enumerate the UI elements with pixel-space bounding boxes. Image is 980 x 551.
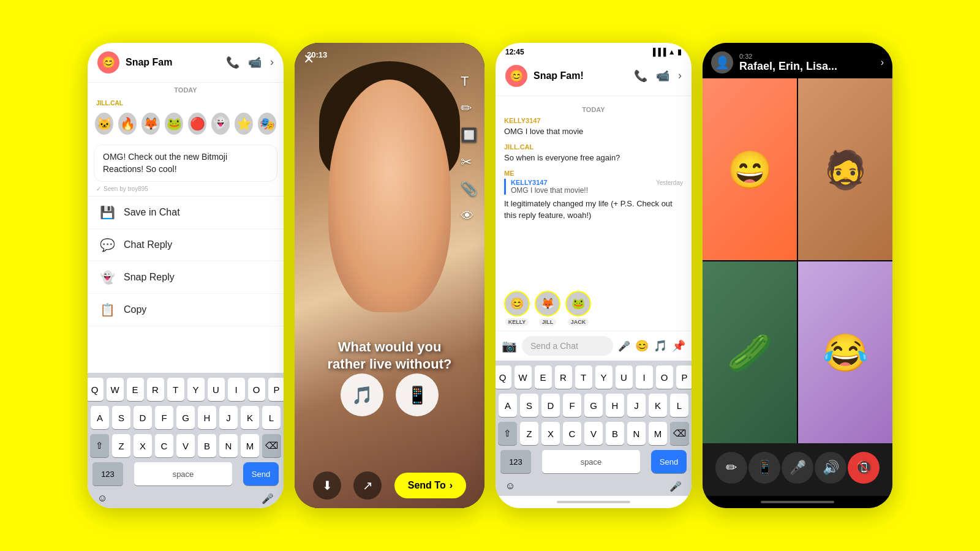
k3-num[interactable]: 123 <box>500 450 531 473</box>
k3-n[interactable]: N <box>627 422 646 445</box>
key-e[interactable]: E <box>127 378 144 401</box>
k3-f[interactable]: F <box>563 394 581 417</box>
k3-y[interactable]: Y <box>595 365 612 389</box>
key-a[interactable]: A <box>91 406 109 429</box>
k3-shift[interactable]: ⇧ <box>498 422 517 445</box>
key-h[interactable]: H <box>198 406 216 429</box>
camera-button[interactable]: 📷 <box>502 339 517 353</box>
text-tool[interactable]: T <box>461 73 477 89</box>
link-tool[interactable]: 📎 <box>461 181 477 197</box>
phone-call-icon[interactable]: 📞 <box>226 56 239 69</box>
phone3-chevron[interactable]: › <box>678 69 682 83</box>
send-key[interactable]: Send <box>243 462 279 485</box>
key-z[interactable]: Z <box>112 434 130 457</box>
k3-g[interactable]: G <box>584 394 603 417</box>
k3-k[interactable]: K <box>649 394 667 417</box>
phone3-video-icon[interactable]: 📹 <box>656 69 669 83</box>
key-r[interactable]: R <box>147 378 164 401</box>
chat-reply-item[interactable]: 💬 Chat Reply <box>88 229 284 261</box>
key-o[interactable]: O <box>248 378 265 401</box>
key-b[interactable]: B <box>198 434 216 457</box>
k3-q[interactable]: Q <box>496 365 511 389</box>
k3-e[interactable]: E <box>535 365 552 389</box>
option-phone[interactable]: 📱 <box>396 373 439 416</box>
k3-p[interactable]: P <box>676 365 692 389</box>
key-k[interactable]: K <box>241 406 259 429</box>
key-s[interactable]: S <box>112 406 130 429</box>
k3-send[interactable]: Send <box>651 450 687 473</box>
k3-z[interactable]: Z <box>520 422 538 445</box>
k3-r[interactable]: R <box>555 365 572 389</box>
k3-d[interactable]: D <box>541 394 560 417</box>
draw-tool[interactable]: ✏ <box>461 100 477 116</box>
k3-w[interactable]: W <box>514 365 532 389</box>
key-v[interactable]: V <box>176 434 195 457</box>
key-u[interactable]: U <box>208 378 225 401</box>
k3-mic-icon[interactable]: 🎤 <box>669 481 682 492</box>
k3-m[interactable]: M <box>649 422 667 445</box>
key-n[interactable]: N <box>219 434 238 457</box>
key-l[interactable]: L <box>262 406 281 429</box>
phone3-call-icon[interactable]: 📞 <box>634 69 647 83</box>
k3-a[interactable]: A <box>499 394 517 417</box>
end-call-button[interactable]: 📵 <box>848 452 880 484</box>
key-m[interactable]: M <box>241 434 259 457</box>
key-i[interactable]: I <box>228 378 245 401</box>
phone4-chevron[interactable]: › <box>881 57 884 68</box>
download-button[interactable]: ⬇ <box>313 471 341 500</box>
key-p[interactable]: P <box>268 378 284 401</box>
k3-u[interactable]: U <box>616 365 633 389</box>
scissors-tool[interactable]: ✂ <box>461 154 477 170</box>
video-call-icon[interactable]: 📹 <box>248 56 262 69</box>
expand-icon[interactable]: › <box>270 56 274 69</box>
k3-emoji-icon[interactable]: ☺ <box>505 481 515 492</box>
k3-del[interactable]: ⌫ <box>670 422 689 445</box>
key-g[interactable]: G <box>176 406 195 429</box>
key-w[interactable]: W <box>107 378 124 401</box>
lens-tool[interactable]: 👁 <box>461 208 477 224</box>
mic-button-3[interactable]: 🎤 <box>618 340 630 352</box>
copy-item[interactable]: 📋 Copy <box>88 294 284 326</box>
chat-input[interactable]: Send a Chat <box>522 336 613 356</box>
shift-key[interactable]: ⇧ <box>90 434 109 457</box>
k3-o[interactable]: O <box>656 365 673 389</box>
k3-j[interactable]: J <box>627 394 646 417</box>
key-j[interactable]: J <box>219 406 238 429</box>
mute-button[interactable]: 🎤 <box>782 452 813 484</box>
share-button[interactable]: ↗ <box>353 471 382 500</box>
key-q[interactable]: Q <box>88 378 104 401</box>
mic-icon[interactable]: 🎤 <box>262 493 274 504</box>
k3-h[interactable]: H <box>606 394 624 417</box>
emoji-button-3[interactable]: 😊 <box>635 339 649 353</box>
k3-l[interactable]: L <box>670 394 688 417</box>
k3-b[interactable]: B <box>606 422 624 445</box>
sticker-tool[interactable]: 🔲 <box>461 127 477 143</box>
k3-x[interactable]: X <box>541 422 560 445</box>
num-key[interactable]: 123 <box>92 462 123 485</box>
rotate-button[interactable]: 📱 <box>748 452 780 484</box>
k3-v[interactable]: V <box>584 422 603 445</box>
key-f[interactable]: F <box>155 406 173 429</box>
k3-i[interactable]: I <box>636 365 653 389</box>
k3-c[interactable]: C <box>563 422 581 445</box>
k3-t[interactable]: T <box>575 365 592 389</box>
send-to-button[interactable]: Send To › <box>394 473 466 498</box>
delete-key[interactable]: ⌫ <box>262 434 281 457</box>
k3-space[interactable]: space <box>542 450 640 473</box>
pin-button[interactable]: 📌 <box>672 339 685 353</box>
save-in-chat-item[interactable]: 💾 Save in Chat <box>88 197 284 229</box>
key-d[interactable]: D <box>134 406 152 429</box>
emoji-icon[interactable]: ☺ <box>97 493 107 504</box>
edit-button[interactable]: ✏ <box>715 452 747 484</box>
key-x[interactable]: X <box>134 434 152 457</box>
space-key[interactable]: space <box>134 462 232 485</box>
close-button[interactable]: ✕ <box>303 51 314 67</box>
snap-reply-item[interactable]: 👻 Snap Reply <box>88 261 284 294</box>
key-y[interactable]: Y <box>187 378 205 401</box>
k3-s[interactable]: S <box>520 394 538 417</box>
key-t[interactable]: T <box>167 378 184 401</box>
bitmoji-button[interactable]: 🎵 <box>654 339 667 353</box>
speaker-button[interactable]: 🔊 <box>815 452 846 484</box>
key-c[interactable]: C <box>155 434 173 457</box>
option-music[interactable]: 🎵 <box>341 373 383 416</box>
